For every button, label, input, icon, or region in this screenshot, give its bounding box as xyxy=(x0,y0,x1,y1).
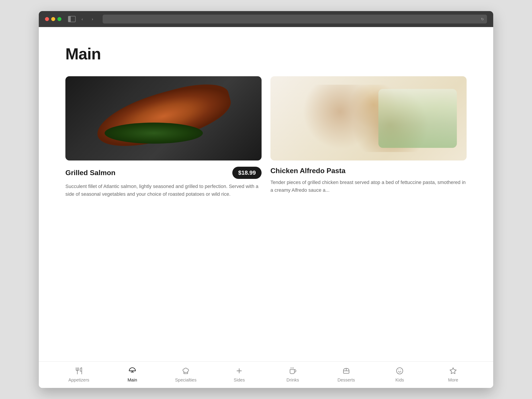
nav-item-specialties[interactable]: Specialties xyxy=(159,361,213,388)
nav-item-sides[interactable]: Sides xyxy=(213,361,266,388)
chef-hat-icon xyxy=(182,367,190,376)
browser-content: Main Grilled Salmon $18.99 Succulent fil… xyxy=(39,27,493,388)
svg-marker-11 xyxy=(450,367,456,374)
svg-point-8 xyxy=(397,367,403,374)
nav-item-drinks[interactable]: Drinks xyxy=(266,361,319,388)
nav-label-kids: Kids xyxy=(395,378,404,383)
traffic-light-green[interactable] xyxy=(57,17,61,21)
star-icon xyxy=(449,367,457,376)
pasta-header: Chicken Alfredo Pasta xyxy=(270,167,467,175)
sidebar-toggle-button[interactable] xyxy=(68,16,76,22)
nav-item-more[interactable]: More xyxy=(426,361,480,388)
pasta-description: Tender pieces of grilled chicken breast … xyxy=(270,178,467,194)
smiley-icon xyxy=(396,367,403,376)
nav-label-more: More xyxy=(448,378,458,383)
nav-label-specialties: Specialties xyxy=(175,378,197,383)
salmon-price[interactable]: $18.99 xyxy=(232,167,262,179)
bottom-nav: Appetizers Main xyxy=(39,361,493,388)
page-content: Main Grilled Salmon $18.99 Succulent fil… xyxy=(39,27,493,388)
nav-label-main: Main xyxy=(127,378,137,383)
salmon-name: Grilled Salmon xyxy=(65,169,115,177)
forward-button[interactable]: › xyxy=(89,16,96,23)
cup-icon xyxy=(289,367,297,376)
nav-item-desserts[interactable]: Desserts xyxy=(319,361,373,388)
nav-label-desserts: Desserts xyxy=(337,378,355,383)
nav-item-appetizers[interactable]: Appetizers xyxy=(52,361,106,388)
nav-label-appetizers: Appetizers xyxy=(68,378,89,383)
nav-label-sides: Sides xyxy=(234,378,245,383)
menu-card-pasta: Chicken Alfredo Pasta Tender pieces of g… xyxy=(270,76,467,198)
browser-window: ‹ › ↻ Main Grilled Sa xyxy=(39,11,493,388)
dome-icon xyxy=(129,367,136,376)
salmon-description: Succulent fillet of Atlantic salmon, lig… xyxy=(65,183,262,198)
traffic-light-red[interactable] xyxy=(45,17,49,21)
browser-chrome: ‹ › ↻ xyxy=(39,11,493,27)
menu-card-salmon: Grilled Salmon $18.99 Succulent fillet o… xyxy=(65,76,262,198)
pasta-image xyxy=(270,76,467,160)
reload-button[interactable]: ↻ xyxy=(481,17,484,21)
salmon-photo xyxy=(65,76,262,160)
plus-icon xyxy=(235,367,243,376)
traffic-lights xyxy=(45,17,61,21)
fork-knife-icon xyxy=(75,367,83,376)
back-button[interactable]: ‹ xyxy=(79,16,86,23)
nav-label-drinks: Drinks xyxy=(286,378,299,383)
page-title: Main xyxy=(65,45,467,63)
pasta-photo xyxy=(270,76,467,160)
nav-item-kids[interactable]: Kids xyxy=(373,361,426,388)
url-bar[interactable]: ↻ xyxy=(103,15,487,24)
nav-item-main[interactable]: Main xyxy=(106,361,159,388)
menu-cards: Grilled Salmon $18.99 Succulent fillet o… xyxy=(65,76,467,198)
svg-rect-6 xyxy=(343,371,349,373)
traffic-light-yellow[interactable] xyxy=(51,17,55,21)
desserts-icon xyxy=(342,367,350,376)
pasta-name: Chicken Alfredo Pasta xyxy=(270,167,345,175)
browser-controls: ‹ › xyxy=(68,16,96,23)
salmon-image xyxy=(65,76,262,160)
desktop: ‹ › ↻ Main Grilled Sa xyxy=(0,0,532,399)
salmon-header: Grilled Salmon $18.99 xyxy=(65,167,262,179)
